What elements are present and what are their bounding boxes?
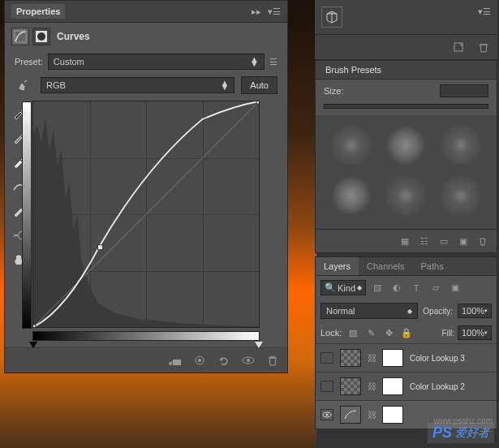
layers-tabs: Layers Channels Paths <box>316 257 497 276</box>
fill-input[interactable]: 100%▾ <box>458 325 492 340</box>
layer-mask-thumbnail[interactable] <box>382 377 403 395</box>
brush-view-icon[interactable]: ▦ <box>398 235 412 248</box>
curves-area <box>5 97 287 347</box>
visibility-toggle[interactable] <box>320 352 333 364</box>
tab-layers[interactable]: Layers <box>316 257 359 275</box>
svg-point-8 <box>169 362 172 365</box>
filter-adjustment-icon[interactable]: ◐ <box>389 281 405 295</box>
brush-size-input[interactable] <box>440 84 488 97</box>
mask-icon[interactable] <box>32 28 50 45</box>
brush-preset[interactable] <box>385 175 426 216</box>
blend-mode-dropdown[interactable]: Normal ◆ <box>320 303 418 319</box>
white-point-slider[interactable] <box>255 342 263 348</box>
preset-dropdown[interactable]: Custom ▲▼ <box>48 54 265 70</box>
brush-presets-tab[interactable]: Brush Presets <box>322 63 385 76</box>
properties-footer <box>5 347 287 373</box>
brush-preset[interactable] <box>441 175 481 216</box>
new-brush-icon[interactable]: ▣ <box>456 235 471 248</box>
brush-size-row: Size: <box>316 80 497 102</box>
svg-rect-5 <box>97 245 102 250</box>
filter-pixel-icon[interactable]: ▧ <box>369 281 385 295</box>
lock-row: Lock: ▨ ✎ ✥ 🔒 Fill: 100%▾ <box>316 322 497 343</box>
layer-mask-thumbnail[interactable] <box>382 349 403 367</box>
panel-collapse-icon[interactable]: ▸▸ <box>252 6 261 17</box>
brush-preset[interactable] <box>331 125 372 166</box>
brush-header[interactable]: Brush Presets <box>316 61 497 80</box>
panel-menu-icon[interactable]: ▾☰ <box>268 6 281 17</box>
visibility-toggle[interactable] <box>320 409 333 420</box>
reset-icon[interactable] <box>216 353 232 368</box>
svg-rect-4 <box>33 325 36 327</box>
filter-type-icon[interactable]: T <box>408 281 424 295</box>
layer-mask-thumbnail[interactable] <box>382 406 403 424</box>
curves-graph[interactable] <box>32 101 260 328</box>
clip-to-layer-icon[interactable] <box>167 353 183 368</box>
brush-preset[interactable] <box>441 125 481 166</box>
layer-row[interactable]: ⛓ Color Lookup 2 <box>316 372 497 400</box>
layer-row[interactable]: ⛓ Color Lookup 3 <box>316 343 497 372</box>
black-point-slider[interactable] <box>29 342 37 348</box>
curve-path[interactable] <box>33 101 259 327</box>
watermark-logo: PS <box>432 424 452 442</box>
auto-button[interactable]: Auto <box>241 76 277 94</box>
new-doc-icon[interactable] <box>450 40 467 54</box>
layer-thumbnail[interactable] <box>340 349 361 367</box>
brush-size-slider[interactable] <box>324 104 488 109</box>
tab-paths[interactable]: Paths <box>413 257 452 275</box>
top-dock-row: ▾☰ <box>315 0 497 35</box>
layer-name[interactable]: Color Lookup 3 <box>410 354 465 363</box>
blend-mode-value: Normal <box>326 306 355 316</box>
link-icon: ⛓ <box>368 410 376 420</box>
trash-icon[interactable] <box>475 235 490 248</box>
layer-name[interactable]: Color Lookup 2 <box>410 382 465 391</box>
svg-rect-7 <box>173 360 181 365</box>
kind-label: Kind <box>338 283 355 293</box>
brush-preset[interactable] <box>385 125 426 166</box>
layer-thumbnail[interactable] <box>340 377 361 395</box>
svg-rect-6 <box>256 101 259 104</box>
trash-icon[interactable] <box>265 353 281 368</box>
lock-all-icon[interactable]: 🔒 <box>400 326 413 339</box>
lock-position-icon[interactable]: ✥ <box>382 326 395 339</box>
svg-point-2 <box>37 32 45 41</box>
curves-header: Curves <box>5 23 287 50</box>
lock-pixels-icon[interactable]: ✎ <box>364 326 377 339</box>
properties-tab[interactable]: Properties <box>11 4 65 19</box>
filter-kind-dropdown[interactable]: 🔍Kind◆ <box>320 280 366 295</box>
right-panels: ▾☰ Brush Presets Size: ▦ ☷ ▭ ▣ <box>315 0 497 429</box>
layer-thumbnail[interactable] <box>340 406 361 424</box>
visibility-icon[interactable] <box>240 353 256 368</box>
preset-label: Preset: <box>15 57 43 67</box>
channel-dropdown[interactable]: RGB ▲▼ <box>41 77 234 93</box>
targeted-adjustment-icon[interactable] <box>15 77 34 93</box>
curves-adjustment-icon[interactable] <box>11 28 29 45</box>
link-icon: ⛓ <box>368 353 376 363</box>
filter-smart-icon[interactable]: ▣ <box>447 281 463 295</box>
lock-transparency-icon[interactable]: ▨ <box>346 326 359 339</box>
opacity-label: Opacity: <box>423 307 453 316</box>
brush-preset[interactable] <box>331 175 372 216</box>
properties-header[interactable]: Properties ▸▸ ▾☰ <box>5 1 287 23</box>
visibility-toggle[interactable] <box>320 381 333 392</box>
tab-channels[interactable]: Channels <box>359 257 412 275</box>
dropdown-arrows-icon: ▲▼ <box>250 58 259 66</box>
output-gradient <box>22 101 32 329</box>
watermark: PS 爱好者 <box>428 423 494 443</box>
filter-shape-icon[interactable]: ▱ <box>428 281 444 295</box>
trash-icon[interactable] <box>475 40 491 54</box>
view-previous-icon[interactable] <box>191 353 208 368</box>
layers-panel: Layers Channels Paths 🔍Kind◆ ▧ ◐ T ▱ ▣ N… <box>315 256 497 429</box>
panel-menu-icon[interactable]: ▾☰ <box>478 6 491 28</box>
brush-options-icon[interactable]: ▭ <box>437 235 451 248</box>
input-gradient[interactable] <box>32 331 260 341</box>
brush-toggle-icon[interactable]: ☷ <box>417 235 432 248</box>
opacity-input[interactable]: 100%▾ <box>458 304 492 318</box>
preset-menu-icon[interactable]: ☰ <box>269 57 277 67</box>
3d-icon[interactable] <box>321 6 342 28</box>
channel-value: RGB <box>46 80 66 90</box>
dock-row-2 <box>315 35 497 60</box>
curves-title: Curves <box>57 31 90 42</box>
watermark-text: 爱好者 <box>455 426 489 441</box>
blend-row: Normal ◆ Opacity: 100%▾ <box>316 299 497 322</box>
fill-label: Fill: <box>441 329 454 338</box>
